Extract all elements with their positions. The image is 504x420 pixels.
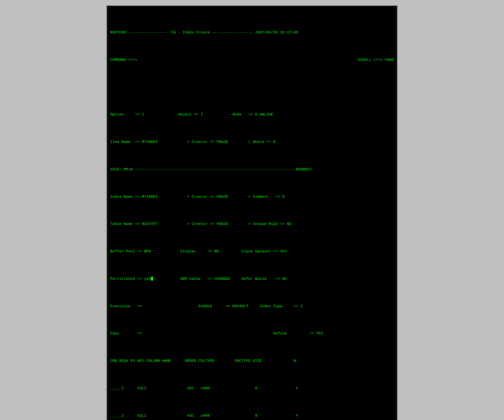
partitioned-line: Partitioned => yes █ GBP Cache => CHANGE… xyxy=(110,276,394,282)
ssid-separator: ----------------------------------------… xyxy=(133,167,296,172)
cluster-value[interactable]: NO xyxy=(214,249,219,254)
header-sep1: ------------------ xyxy=(126,30,171,35)
row2-cmd[interactable]: ____ xyxy=(110,413,119,419)
defer-build-value[interactable]: NO xyxy=(282,276,287,282)
buffer-pool-line: Buffer Pool => BP0 Cluster => NO Close D… xyxy=(110,249,394,254)
object-spacer: Mode => xyxy=(203,112,255,118)
partitioned-label: Partitioned => xyxy=(110,276,144,282)
copy-value[interactable] xyxy=(144,331,273,336)
creator1-value[interactable]: PDWJB xyxy=(217,139,228,145)
partitioned-cursor: █ xyxy=(151,276,153,282)
command-value[interactable] xyxy=(140,57,240,63)
command-arrow: ===> xyxy=(126,57,140,63)
header-title: Index Create xyxy=(183,30,210,35)
scroll-value: PAGE xyxy=(385,57,394,63)
option-label: Option => xyxy=(110,112,142,118)
item-spacer: > Creator => xyxy=(158,139,217,145)
option-line: Option => C Object => I Mode => O ONLINE xyxy=(110,112,394,118)
mode-value: O ONLINE xyxy=(255,112,273,118)
terminal-screen: ROPICRE ------------------ CA - Index Cr… xyxy=(106,5,398,420)
table-row-1: ____ 1 COL1 ASC CHAR 8 Y xyxy=(110,386,394,391)
piecesize-spacer: Padded => xyxy=(198,304,232,309)
partitioned-value[interactable]: yes xyxy=(144,276,151,282)
where-value[interactable]: N xyxy=(273,139,275,145)
blank-line-1 xyxy=(110,85,394,90)
table-name-label: Table Name => xyxy=(110,221,142,227)
item-name-line: Item Name => MYINDEX > Creator => PDWJB … xyxy=(110,139,394,145)
page-container: ROPICRE ------------------ CA - Index Cr… xyxy=(101,5,403,420)
header-line: ROPICRE ------------------ CA - Index Cr… xyxy=(110,30,394,35)
piecesize-value[interactable] xyxy=(144,304,198,309)
comment-value[interactable]: N xyxy=(282,194,284,200)
command-line: COMMAND ===> SCROLL ===> PAGE xyxy=(110,57,394,63)
col-cmd: CMD SEQ# PS KEY-COLUMN-NAME ORDER COLTYP… xyxy=(110,358,296,364)
partitioned-spacer: GBP Cache => xyxy=(153,276,214,282)
command-label: COMMAND xyxy=(110,57,126,63)
define-value[interactable]: YES xyxy=(316,331,323,336)
table-name-line: Table Name => NOIXYET > Creator => PDWJB… xyxy=(110,221,394,227)
table-spacer: > Creator => xyxy=(158,221,217,227)
table-name-value[interactable]: NOIXYET xyxy=(142,221,158,227)
creator1-spacer: > Where => xyxy=(228,139,273,145)
index-type-value[interactable]: 2 xyxy=(300,304,303,309)
copy-line: Copy => Define => YES xyxy=(110,331,394,336)
header-dash: - xyxy=(176,30,183,35)
piecesize-label: Piecesize => xyxy=(110,304,144,309)
table-row-2: ____ 2 COL2 ASC CHAR 8 Y xyxy=(110,413,394,419)
row1-seq: 1 COL1 ASC CHAR 8 Y xyxy=(119,386,298,391)
buffer-spacer: Cluster => xyxy=(151,249,214,254)
copy-spacer: Define => xyxy=(273,331,316,336)
index-name-value[interactable]: MYINDEX xyxy=(142,194,158,200)
header-ca: CA xyxy=(171,30,176,35)
header-text: ROPICRE xyxy=(110,30,126,35)
row1-cmd[interactable]: ____ xyxy=(110,386,119,391)
object-value[interactable]: I xyxy=(201,112,203,118)
index-spacer: > Creator => xyxy=(158,194,217,200)
item-name-value[interactable]: MYINDEX xyxy=(142,139,158,145)
creator2-spacer: > Comment => xyxy=(228,194,282,200)
ssid-line: SSID: M81A -----------------------------… xyxy=(110,167,394,172)
creator2-value[interactable]: PDWJB xyxy=(217,194,228,200)
option-value[interactable]: C xyxy=(142,112,144,118)
index-name-line: Index Name => MYINDEX > Creator => PDWJB… xyxy=(110,194,394,200)
item-name-label: Item Name => xyxy=(110,139,142,145)
creator3-spacer: > Unique Rule => xyxy=(228,221,287,227)
terminal-content: ROPICRE ------------------ CA - Index Cr… xyxy=(110,8,394,420)
header-sep2: ------------------ xyxy=(210,30,255,35)
padded-spacer: Index Type => xyxy=(248,304,300,309)
scroll-label: SCROLL ===> xyxy=(267,57,385,63)
buffer-pool-value[interactable]: BP0 xyxy=(144,249,151,254)
gbp-cache-value[interactable]: CHANGED xyxy=(214,276,230,282)
creator3-value[interactable]: PDWJB xyxy=(217,221,228,227)
ssid-right: BARWAC2 xyxy=(296,167,312,172)
copy-label: Copy => xyxy=(110,331,144,336)
header-datetime: 2007/04/20 10:17:09 xyxy=(255,30,298,35)
buffer-pool-label: Buffer Pool => xyxy=(110,249,144,254)
unique-rule-value[interactable]: NO xyxy=(287,221,291,227)
close-dataset-value: YES xyxy=(280,249,287,254)
cluster-spacer: Close Dataset => xyxy=(219,249,280,254)
row2-seq: 2 COL2 ASC CHAR 8 Y xyxy=(119,413,298,419)
gbp-spacer: Defer Build => xyxy=(230,276,282,282)
piecesize-line: Piecesize => Padded => DEFAULT Index Typ… xyxy=(110,304,394,309)
option-spacer: Object => xyxy=(144,112,201,118)
ssid-label: SSID: M81A xyxy=(110,167,133,172)
padded-value[interactable]: DEFAULT xyxy=(232,304,248,309)
table-header-line: CMD SEQ# PS KEY-COLUMN-NAME ORDER COLTYP… xyxy=(110,358,394,364)
index-name-label: Index Name => xyxy=(110,194,142,200)
